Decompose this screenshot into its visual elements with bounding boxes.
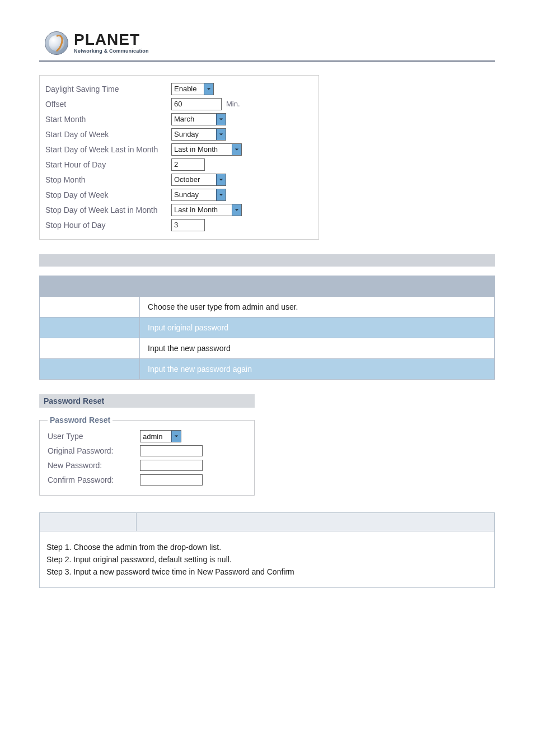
desc-new-password: Input the new password — [140, 338, 495, 359]
brand-logo: PLANET Networking & Communication — [45, 31, 495, 55]
user-type-value: admin — [143, 432, 162, 441]
table-row: Input the new password again — [40, 359, 495, 380]
table-row: Input original password — [40, 318, 495, 338]
desc-original-password: Input original password — [140, 318, 495, 338]
dst-startmonth-value: March — [174, 115, 194, 123]
dst-startdowlast-value: Last in Month — [174, 145, 218, 153]
dst-stopdowlast-select[interactable]: Last in Month — [171, 204, 242, 216]
dst-stopmonth-value: October — [174, 175, 200, 184]
chevron-down-icon — [232, 144, 241, 155]
dst-stophour-input[interactable]: 3 — [171, 219, 205, 231]
header-divider — [39, 60, 495, 62]
dst-offset-label: Offset — [45, 100, 171, 109]
chevron-down-icon — [216, 114, 226, 125]
desc-confirm-password: Input the new password again — [140, 359, 495, 380]
dst-offset-input[interactable]: 60 — [171, 98, 222, 110]
desc-header-col2 — [140, 276, 495, 297]
dst-startmonth-label: Start Month — [45, 115, 171, 124]
dst-starthour-label: Start Hour of Day — [45, 160, 171, 169]
desc-header-col1 — [40, 276, 140, 297]
dst-starthour-value: 2 — [174, 160, 178, 169]
dst-stopdowlast-label: Stop Day of Week Last in Month — [45, 206, 171, 214]
chevron-down-icon — [232, 204, 241, 216]
dst-stopmonth-select[interactable]: October — [171, 174, 226, 186]
new-password-input[interactable] — [140, 460, 203, 471]
dst-settings-panel: Daylight Saving Time Enable Offset 60 Mi… — [39, 75, 319, 240]
dst-stophour-value: 3 — [174, 221, 178, 229]
step-2: Step 2. Input original password, default… — [46, 555, 488, 564]
dst-startdowlast-select[interactable]: Last in Month — [171, 143, 242, 156]
brand-tagline: Networking & Communication — [74, 48, 149, 54]
steps-header-col1 — [40, 513, 137, 531]
dst-stopdow-value: Sunday — [174, 190, 199, 199]
planet-emblem-icon — [45, 31, 68, 55]
original-password-label: Original Password: — [48, 446, 140, 455]
dst-enable-value: Enable — [174, 85, 196, 93]
dst-stophour-label: Stop Hour of Day — [45, 221, 171, 230]
dst-startdow-value: Sunday — [174, 130, 199, 138]
password-fields-description-table: Choose the user type from admin and user… — [39, 276, 495, 380]
table-row: Input the new password — [40, 338, 495, 359]
dst-stopdow-label: Stop Day of Week — [45, 190, 171, 199]
password-reset-title: Password Reset — [39, 394, 255, 408]
step-3: Step 3. Input a new password twice time … — [46, 567, 488, 576]
brand-name: PLANET — [74, 32, 149, 46]
password-reset-legend: Password Reset — [48, 416, 113, 424]
original-password-input[interactable] — [140, 445, 203, 456]
dst-startdow-select[interactable]: Sunday — [171, 128, 226, 141]
desc-user-type: Choose the user type from admin and user… — [140, 297, 495, 318]
confirm-password-input[interactable] — [140, 474, 203, 486]
chevron-down-icon — [216, 189, 226, 200]
chevron-down-icon — [216, 129, 226, 140]
table-row: Choose the user type from admin and user… — [40, 297, 495, 318]
dst-offset-value: 60 — [174, 100, 182, 108]
confirm-password-label: Confirm Password: — [48, 475, 140, 484]
dst-stopdowlast-value: Last in Month — [174, 206, 218, 214]
step-1: Step 1. Choose the admin from the drop-d… — [46, 543, 488, 552]
dst-stopdow-select[interactable]: Sunday — [171, 189, 226, 201]
dst-enable-select[interactable]: Enable — [171, 83, 214, 95]
dst-startdow-label: Start Day of Week — [45, 130, 171, 139]
steps-table: Step 1. Choose the admin from the drop-d… — [39, 512, 495, 588]
dst-starthour-input[interactable]: 2 — [171, 158, 205, 171]
steps-body: Step 1. Choose the admin from the drop-d… — [40, 531, 495, 588]
chevron-down-icon — [171, 431, 181, 442]
steps-header-col2 — [137, 513, 495, 531]
chevron-down-icon — [216, 174, 226, 185]
dst-offset-unit: Min. — [226, 100, 240, 108]
new-password-label: New Password: — [48, 461, 140, 470]
section-separator — [39, 254, 495, 267]
user-type-select[interactable]: admin — [140, 430, 181, 442]
dst-enable-label: Daylight Saving Time — [45, 85, 171, 94]
user-type-label: User Type — [48, 432, 140, 441]
password-reset-panel: Password Reset Password Reset User Type … — [39, 394, 255, 496]
chevron-down-icon — [204, 83, 213, 95]
dst-startmonth-select[interactable]: March — [171, 113, 226, 125]
dst-stopmonth-label: Stop Month — [45, 175, 171, 184]
dst-startdowlast-label: Start Day of Week Last in Month — [45, 145, 171, 154]
